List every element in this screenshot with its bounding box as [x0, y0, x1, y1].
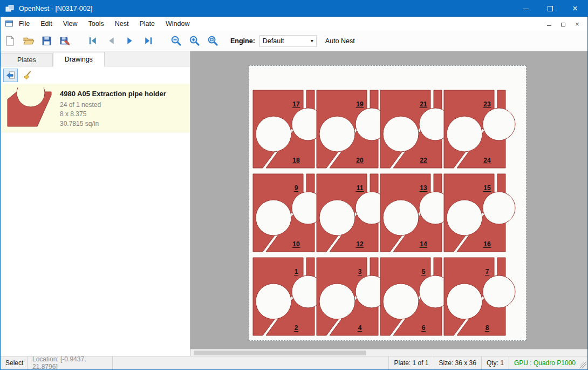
minimize-icon	[523, 9, 529, 9]
zoom-out-button[interactable]	[167, 33, 185, 49]
part-number[interactable]: 7	[486, 268, 489, 275]
new-file-button[interactable]	[1, 33, 19, 49]
nav-last-icon	[142, 35, 154, 46]
nest-canvas[interactable]: 171819202122232491011121314151612345678	[190, 51, 587, 356]
nest-part-pair[interactable]: 1718	[253, 90, 324, 168]
zoom-fit-button[interactable]	[203, 33, 222, 49]
nest-part-pair[interactable]: 2122	[380, 90, 452, 168]
minimize-button[interactable]	[513, 1, 538, 17]
nav-first-button[interactable]	[84, 33, 102, 49]
part-number[interactable]: 16	[483, 240, 491, 248]
drawing-dimensions: 8 x 8.375	[60, 110, 166, 119]
clean-button[interactable]	[20, 69, 35, 82]
combo-arrow-icon: ▾	[311, 38, 313, 44]
part-circular-notch	[319, 284, 355, 319]
status-qty: Qty: 1	[482, 356, 509, 369]
nav-next-button[interactable]	[120, 33, 139, 49]
maximize-icon	[548, 6, 553, 11]
part-number[interactable]: 9	[295, 184, 298, 192]
part-circular-notch	[483, 275, 515, 308]
part-number[interactable]: 6	[422, 324, 426, 332]
app-icon	[5, 4, 14, 13]
zoom-in-icon	[189, 35, 200, 46]
mdi-close-button[interactable]: ×	[571, 18, 583, 29]
save-button[interactable]	[37, 33, 56, 49]
menu-view[interactable]: View	[58, 17, 83, 31]
part-number[interactable]: 12	[356, 240, 364, 248]
nest-part-pair[interactable]: 1920	[317, 90, 388, 168]
part-number[interactable]: 5	[422, 268, 426, 275]
horizontal-scrollbar[interactable]	[190, 349, 587, 356]
auto-nest-button[interactable]: Auto Nest	[325, 37, 355, 45]
part-number[interactable]: 3	[358, 268, 362, 275]
mdi-close-icon: ×	[575, 20, 579, 28]
open-button[interactable]	[19, 33, 37, 49]
part-number[interactable]: 10	[292, 240, 300, 248]
menu-edit[interactable]: Edit	[35, 17, 58, 31]
part-circular-notch	[319, 200, 355, 236]
menu-window[interactable]: Window	[160, 17, 195, 31]
nav-prev-button[interactable]	[102, 33, 120, 49]
drawing-thumbnail	[5, 88, 54, 129]
nest-part-pair[interactable]: 1516	[444, 174, 515, 252]
status-plate: Plate: 1 of 1	[389, 356, 434, 369]
mdi-minimize-button[interactable]	[543, 18, 555, 29]
part-number[interactable]: 19	[356, 100, 364, 108]
nest-part-pair[interactable]: 1112	[317, 174, 388, 252]
nest-part-pair[interactable]: 1314	[380, 174, 452, 252]
resize-grip[interactable]	[579, 361, 586, 368]
part-number[interactable]: 24	[483, 157, 491, 164]
part-number[interactable]: 15	[483, 184, 491, 192]
part-circular-notch	[483, 108, 515, 140]
part-number[interactable]: 18	[292, 157, 300, 164]
part-number[interactable]: 8	[486, 324, 489, 332]
sidebar-tabstrip: Plates Drawings	[1, 51, 190, 66]
app-window: OpenNest - [N0317-002] × File Edit View …	[0, 0, 588, 370]
mdi-restore-button[interactable]	[557, 18, 569, 29]
tab-drawings[interactable]: Drawings	[53, 52, 105, 66]
menu-plate[interactable]: Plate	[134, 17, 160, 31]
sidebar-empty-area	[1, 132, 190, 356]
update-drawings-button[interactable]	[3, 69, 18, 82]
menu-file[interactable]: File	[13, 17, 35, 31]
drawing-nested-count: 24 of 1 nested	[60, 100, 166, 110]
nav-first-icon	[87, 35, 99, 46]
part-circular-notch	[256, 284, 291, 319]
plate[interactable]: 171819202122232491011121314151612345678	[249, 65, 527, 341]
nest-svg: 171819202122232491011121314151612345678	[249, 66, 527, 341]
save-edit-button[interactable]	[56, 33, 74, 49]
status-gpu: GPU : Quadro P1000	[509, 356, 587, 369]
part-number[interactable]: 2	[295, 324, 298, 332]
part-number[interactable]: 20	[356, 157, 364, 164]
part-number[interactable]: 4	[358, 324, 362, 332]
part-number[interactable]: 23	[483, 100, 491, 108]
nav-last-button[interactable]	[139, 33, 157, 49]
nest-part-pair[interactable]: 910	[253, 174, 324, 252]
part-circular-notch	[483, 192, 515, 224]
nest-part-pair[interactable]: 12	[253, 258, 324, 335]
horizontal-scrollbar-thumb[interactable]	[194, 351, 366, 355]
nest-part-pair[interactable]: 2324	[444, 90, 515, 168]
menubar: File Edit View Tools Nest Plate Window ×	[1, 17, 587, 31]
engine-select[interactable]: Default ▾	[259, 35, 317, 47]
part-number[interactable]: 13	[420, 184, 427, 192]
main-area: Plates Drawings	[1, 51, 587, 356]
menu-tools[interactable]: Tools	[83, 17, 110, 31]
maximize-button[interactable]	[538, 1, 563, 17]
nest-part-pair[interactable]: 56	[380, 258, 452, 335]
tab-plates[interactable]: Plates	[1, 53, 53, 66]
part-number[interactable]: 1	[295, 268, 298, 275]
part-number[interactable]: 11	[357, 184, 364, 192]
close-button[interactable]: ×	[563, 1, 587, 17]
part-number[interactable]: 17	[292, 100, 300, 108]
part-number[interactable]: 22	[420, 157, 427, 164]
drawing-list-item[interactable]: 4980 A05 Extraction pipe holder 24 of 1 …	[1, 84, 190, 132]
zoom-in-button[interactable]	[185, 33, 203, 49]
part-number[interactable]: 21	[420, 100, 427, 108]
nest-part-pair[interactable]: 34	[317, 258, 388, 335]
nav-prev-icon	[106, 35, 117, 46]
menu-nest[interactable]: Nest	[110, 17, 134, 31]
part-circular-notch	[319, 116, 355, 152]
part-number[interactable]: 14	[420, 240, 427, 248]
nest-part-pair[interactable]: 78	[444, 258, 515, 335]
